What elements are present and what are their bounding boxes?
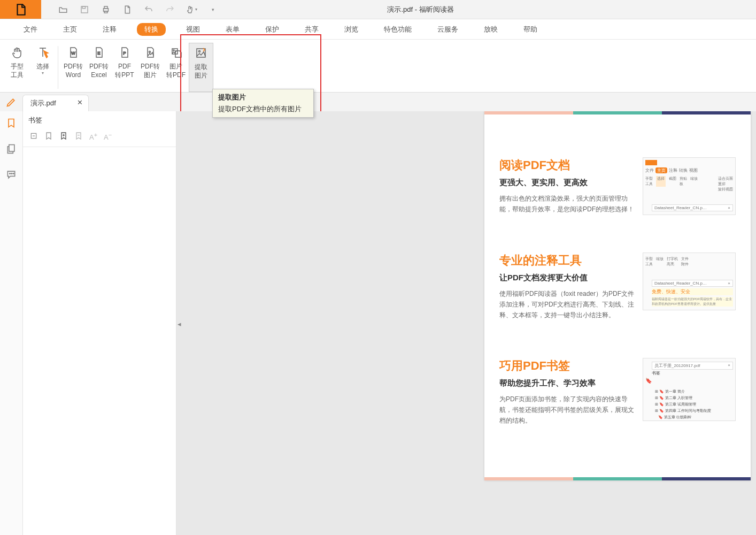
menu-bar: 文件 主页 注释 转换 视图 表单 保护 共享 浏览 特色功能 云服务 放映 帮… (0, 19, 756, 40)
pages-icon[interactable] (6, 143, 17, 154)
menu-convert[interactable]: 转换 (137, 23, 166, 36)
svg-point-15 (11, 173, 12, 174)
section-sub: 让PDF文档发挥更大价值 (499, 273, 635, 283)
ribbon: 手型 工具 选择 ▾ W PDF转 Word E PDF转 Excel P PD… (0, 40, 756, 93)
ribbon-hand-tool[interactable]: 手型 工具 (4, 43, 30, 92)
quick-access-toolbar: ▾ ▾ (57, 4, 219, 16)
ribbon-pdf-to-ppt[interactable]: P PDF 转PPT (112, 43, 137, 92)
pdf-page: 阅读PDF文档 更强大、更实用、更高效 拥有出色的文档渲染效果，强大的页面管理功… (484, 111, 751, 480)
menu-play[interactable]: 放映 (479, 22, 503, 37)
page-top-strip (484, 111, 751, 114)
text-select-icon (35, 45, 50, 60)
undo-icon[interactable] (143, 4, 155, 16)
svg-point-10 (173, 50, 174, 51)
section-heading: 阅读PDF文档 (499, 157, 635, 173)
menu-cloud[interactable]: 云服务 (432, 22, 464, 37)
hand-icon (10, 45, 25, 60)
sidebar-title: 书签 (23, 111, 176, 129)
bookmark-delete-icon[interactable] (74, 132, 83, 141)
section-body: 拥有出色的文档渲染效果，强大的页面管理功能，帮助提升效率，是您阅读PDF的理想选… (499, 193, 635, 215)
svg-rect-13 (9, 145, 14, 152)
expand-icon[interactable] (29, 132, 38, 141)
svg-point-16 (13, 173, 14, 174)
close-icon[interactable]: ✕ (77, 98, 83, 106)
tooltip-title: 提取图片 (218, 93, 308, 102)
svg-text:W: W (71, 51, 75, 56)
app-logo (0, 0, 41, 19)
document-tab[interactable]: 演示.pdf ✕ (22, 95, 89, 111)
window-title: 演示.pdf - 福昕阅读器 (219, 5, 622, 14)
save-icon[interactable] (79, 4, 90, 16)
menu-form[interactable]: 表单 (220, 22, 245, 37)
section-heading: 巧用PDF书签 (499, 358, 635, 374)
print-icon[interactable] (100, 4, 112, 16)
bookmark-icon[interactable] (6, 118, 17, 128)
section-thumbnail: 员工手册_20120917.pdf× 书签 🔖 ⊞ 🔖 第一章 简介 ⊞ 🔖 第… (643, 358, 736, 421)
new-doc-icon[interactable] (121, 4, 133, 16)
document-tab-bar: 演示.pdf ✕ (0, 93, 756, 111)
tooltip-desc: 提取PDF文档中的所有图片 (218, 104, 308, 114)
sidebar-icon-strip (0, 111, 23, 535)
work-area: 书签 A+ A− ◂ 阅读PDF文档 更强大、更实用、更高效 拥有出色的文 (0, 111, 756, 535)
chevron-down-icon: ▾ (42, 71, 44, 75)
bookmark-add-icon[interactable] (44, 132, 53, 141)
menu-protect[interactable]: 保护 (260, 22, 284, 37)
ribbon-pdf-to-excel[interactable]: E PDF转 Excel (86, 43, 112, 92)
svg-text:P: P (123, 51, 126, 56)
font-decrease-icon[interactable]: A− (104, 132, 112, 141)
doc-image-icon (143, 45, 158, 60)
svg-point-14 (10, 173, 11, 174)
section-heading: 专业的注释工具 (499, 253, 635, 269)
menu-share[interactable]: 共享 (299, 22, 324, 37)
section-body: 为PDF页面添加书签，除了实现内容的快速导航，书签还能指明不同书签的层级关系，展… (499, 394, 635, 426)
bookmark-new-icon[interactable] (59, 132, 68, 141)
pen-icon[interactable] (0, 93, 22, 111)
menu-view[interactable]: 视图 (181, 22, 205, 37)
doc-word-icon: W (66, 45, 81, 60)
tab-label: 演示.pdf (30, 99, 56, 107)
menu-help[interactable]: 帮助 (518, 22, 543, 37)
chat-icon[interactable] (6, 169, 17, 180)
title-bar: ▾ ▾ 演示.pdf - 福昕阅读器 (0, 0, 756, 19)
ribbon-image-to-pdf[interactable]: 图片 转PDF (163, 43, 189, 92)
tooltip: 提取图片 提取PDF文档中的所有图片 (212, 89, 314, 118)
redo-icon[interactable] (164, 4, 176, 16)
section-thumbnail: 文件 主页 注释 转换 视图 手型 工具 选择 截图 剪贴 板 缩放 (643, 157, 736, 215)
section-thumbnail: 手型 工具 缩放 打字机 高亮 文件 附件 Datasheet_Reader_C… (643, 253, 736, 310)
section-sub: 更强大、更实用、更高效 (499, 178, 635, 188)
ribbon-extract-image[interactable]: 提取 图片 (189, 43, 213, 92)
image-doc-icon (168, 45, 183, 60)
menu-annotate[interactable]: 注释 (97, 22, 122, 37)
bookmarks-panel: 书签 A+ A− (23, 111, 176, 535)
ribbon-pdf-to-word[interactable]: W PDF转 Word (60, 43, 86, 92)
doc-ppt-icon: P (117, 45, 132, 60)
svg-point-8 (149, 51, 151, 53)
menu-home[interactable]: 主页 (58, 22, 82, 37)
svg-text:E: E (97, 51, 100, 56)
open-icon[interactable] (57, 4, 69, 16)
ribbon-pdf-to-image[interactable]: PDF转 图片 (137, 43, 163, 92)
svg-rect-3 (104, 6, 107, 9)
touch-icon[interactable]: ▾ (186, 4, 197, 16)
document-canvas[interactable]: ◂ 阅读PDF文档 更强大、更实用、更高效 拥有出色的文档渲染效果，强大的页面管… (176, 111, 756, 535)
doc-excel-icon: E (91, 45, 106, 60)
ribbon-select[interactable]: 选择 ▾ (30, 43, 56, 92)
font-increase-icon[interactable]: A+ (89, 132, 97, 141)
section-sub: 帮助您提升工作、学习效率 (499, 378, 635, 388)
menu-browse[interactable]: 浏览 (339, 22, 364, 37)
svg-point-12 (199, 51, 200, 52)
svg-rect-1 (82, 6, 85, 9)
sidebar-toolbar: A+ A− (23, 129, 176, 147)
section-body: 使用福昕PDF阅读器（foxit reader）为PDF文件添加注释，可对PDF… (499, 288, 635, 320)
extract-image-icon (194, 45, 209, 60)
qat-dropdown-icon[interactable]: ▾ (207, 4, 219, 16)
svg-rect-2 (104, 8, 109, 11)
menu-features[interactable]: 特色功能 (379, 22, 417, 37)
menu-file[interactable]: 文件 (18, 22, 43, 37)
collapse-handle-icon[interactable]: ◂ (176, 311, 182, 338)
page-bottom-strip (484, 477, 751, 480)
svg-rect-4 (104, 11, 107, 13)
